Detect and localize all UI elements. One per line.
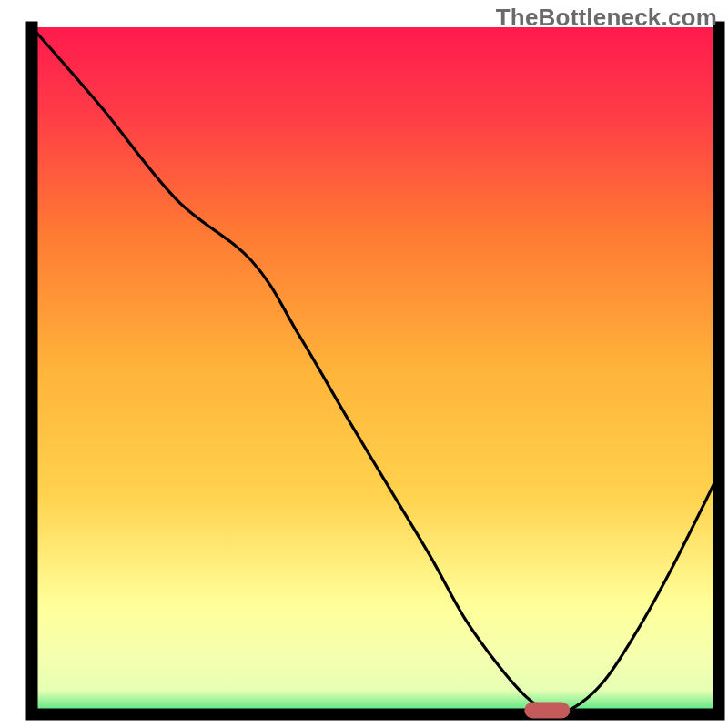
chart-container: TheBottleneck.com: [0, 0, 728, 728]
gradient-background: [32, 27, 719, 714]
plot-area: [32, 27, 719, 719]
watermark-text: TheBottleneck.com: [496, 4, 717, 32]
chart-svg: [0, 0, 728, 728]
optimal-point-marker: [524, 703, 570, 719]
